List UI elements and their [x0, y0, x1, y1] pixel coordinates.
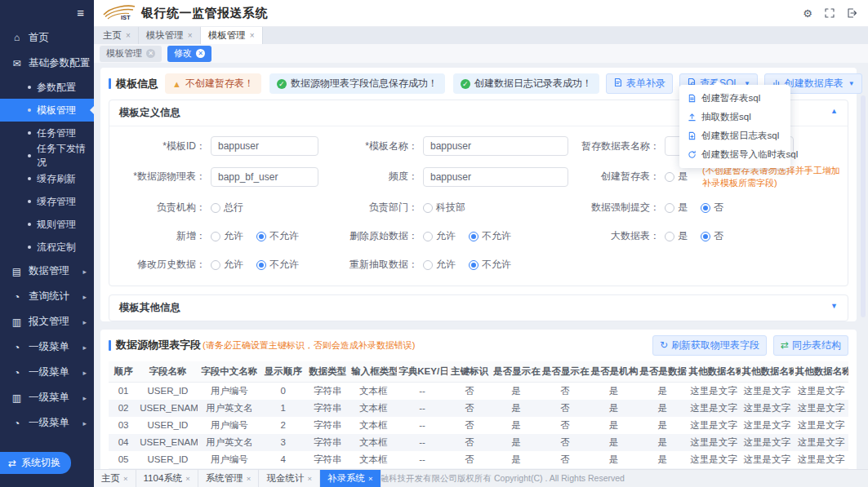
logout-icon[interactable] [847, 8, 857, 18]
close-icon[interactable]: × [123, 474, 128, 483]
dropdown-item-抽取数据sql[interactable]: 抽取数据sql [679, 108, 790, 126]
form-item: 数据强制提交：是否 [568, 198, 843, 218]
sidebar-group-数据管理[interactable]: ▤数据管理▸ [0, 259, 94, 284]
table-cell: USER_ENAME [138, 400, 197, 417]
bottom-tab-主页[interactable]: 主页× [94, 470, 136, 487]
sidebar-item-任务下发情况[interactable]: 任务下发情况 [0, 144, 94, 167]
chevron-right-icon: ▸ [82, 318, 87, 326]
bottom-tab-1104系统[interactable]: 1104系统× [136, 470, 198, 487]
table-row[interactable]: 01USER_ID用户编号0字符串文本框--否是否是是这里是文字这里是文字这里是… [109, 382, 848, 400]
sidebar-group-一级菜单[interactable]: ◔一级菜单▸ [0, 410, 94, 436]
refresh-fields-button[interactable]: ↻刷新获取物理表字段 [652, 335, 767, 356]
sidebar-item-模板管理[interactable]: 模板管理 [0, 99, 94, 122]
hamburger-icon: ≡ [77, 6, 84, 20]
field-input-数据源物理表[interactable] [211, 167, 318, 187]
success-alert: ✓创建数据日志记录表成功！ [453, 73, 599, 94]
sidebar-group-首页[interactable]: ⌂首页 [0, 24, 94, 51]
sidebar-item-流程定制[interactable]: 流程定制 [0, 236, 94, 259]
radio-option-是[interactable]: 是 [665, 170, 688, 184]
fullscreen-icon[interactable] [825, 8, 835, 18]
vertical-scrollbar-thumb[interactable] [861, 95, 866, 317]
chevron-up-icon[interactable]: ▲ [830, 107, 838, 115]
system-switch-button[interactable]: ⇄ 系统切换 [0, 452, 71, 474]
sidebar-group-基础参数配置[interactable]: ✉基础参数配置▾ [0, 51, 94, 76]
column-header: 其他数据名称 [741, 361, 794, 383]
table-row[interactable]: 04USER_ENAME用户英文名3字符串文本框--否是否是是这里是文字这里是文… [109, 434, 848, 451]
sidebar-item-label: 流程定制 [37, 241, 76, 255]
radio-option-否[interactable]: 否 [701, 201, 723, 215]
radio-option-允许[interactable]: 允许 [423, 229, 456, 243]
table-cell: 这里是文字 [687, 382, 740, 400]
radio-option-允许[interactable]: 允许 [211, 258, 243, 272]
radio-option-否[interactable]: 否 [701, 229, 723, 243]
radio-option-总行[interactable]: 总行 [211, 201, 243, 215]
dropdown-item-创建数据导入临时表sql[interactable]: 创建数据导入临时表sql [679, 145, 790, 164]
sidebar-item-参数配置[interactable]: 参数配置 [0, 76, 94, 99]
close-icon[interactable]: × [126, 31, 131, 40]
sync-structure-button[interactable]: ⇄同步表结构 [773, 335, 848, 356]
close-circle-icon[interactable]: ✕ [196, 49, 205, 58]
sidebar-group-查询统计[interactable]: ◔查询统计▸ [0, 284, 94, 309]
bottom-tab-系统管理[interactable]: 系统管理× [198, 470, 260, 487]
form-item: 新增：允许不允许 [114, 227, 327, 246]
close-icon[interactable]: × [368, 474, 373, 483]
chevron-right-icon: ▸ [82, 293, 87, 301]
radio-option-不允许[interactable]: 不允许 [256, 229, 299, 243]
sidebar-item-任务管理[interactable]: 任务管理 [0, 122, 94, 144]
field-input-模板ID[interactable] [211, 136, 318, 156]
sidebar-collapse-toggle[interactable]: ≡ [0, 0, 94, 24]
radio-group: 允许不允许 [423, 229, 524, 243]
settings-icon[interactable]: ⚙ [803, 7, 812, 20]
sidebar-group-一级菜单[interactable]: ◔一级菜单▸ [0, 334, 94, 360]
chip-修改[interactable]: 修改✕ [167, 46, 211, 62]
sidebar-item-缓存管理[interactable]: 缓存管理 [0, 190, 94, 213]
radio-option-科技部[interactable]: 科技部 [423, 201, 465, 215]
app-title: 银行统一监管报送系统 [141, 6, 268, 21]
dropdown-item-创建数据日志表sql[interactable]: 创建数据日志表sql [679, 126, 790, 145]
radio-option-不允许[interactable]: 不允许 [469, 258, 511, 272]
close-icon[interactable]: × [185, 474, 190, 483]
radio-option-不允许[interactable]: 不允许 [256, 258, 299, 272]
bottom-tab-补录系统[interactable]: 补录系统× [320, 470, 381, 487]
table-row[interactable]: 05USER_ID用户编号4字符串文本框--否是否是是这里是文字这里是文字这里是… [109, 451, 848, 468]
radio-circle-icon [665, 172, 674, 182]
radio-group: 允许不允许 [211, 229, 312, 243]
close-icon[interactable]: × [250, 31, 255, 40]
radio-option-是[interactable]: 是 [665, 201, 688, 215]
chevron-down-icon[interactable]: ▼ [830, 302, 838, 310]
sidebar-group-报文管理[interactable]: ▥报文管理▸ [0, 309, 94, 334]
close-circle-icon[interactable]: ✕ [146, 49, 155, 58]
radio-option-允许[interactable]: 允许 [211, 229, 243, 243]
radio-option-允许[interactable]: 允许 [423, 258, 456, 272]
radio-circle-icon [701, 232, 710, 241]
close-icon[interactable]: × [188, 31, 193, 40]
tab-模块管理[interactable]: 模块管理× [139, 27, 201, 44]
radio-group: 是否 [665, 229, 737, 243]
form-doc-icon [613, 77, 623, 90]
sidebar-item-label: 一级菜单 [29, 391, 69, 405]
field-input-模板名称[interactable] [423, 136, 568, 156]
chip-模板管理[interactable]: 模板管理✕ [100, 46, 162, 62]
table-row[interactable]: 02USER_ENAME用户英文名1字符串文本框--否是否是是这里是文字这里是文… [109, 400, 848, 417]
form-supplement-button[interactable]: 表单补录 [606, 73, 673, 94]
table-cell: 3 [261, 434, 305, 451]
tab-主页[interactable]: 主页× [96, 27, 139, 44]
table-cell: -- [397, 400, 447, 417]
radio-option-是[interactable]: 是 [665, 229, 688, 243]
dropdown-item-创建暂存表sql[interactable]: 创建暂存表sql [679, 89, 790, 108]
sidebar-item-规则管理[interactable]: 规则管理 [0, 213, 94, 236]
field-input-频度[interactable] [423, 167, 568, 187]
radio-option-不允许[interactable]: 不允许 [469, 229, 511, 243]
radio-circle-icon [469, 232, 479, 241]
bottom-tab-现金统计[interactable]: 现金统计× [259, 470, 320, 487]
sidebar-group-一级菜单[interactable]: ◔一级菜单▸ [0, 360, 94, 385]
table-cell: 是 [492, 434, 541, 451]
table-cell: 是 [590, 382, 639, 400]
tab-模板管理[interactable]: 模板管理× [201, 27, 263, 44]
close-icon[interactable]: × [247, 474, 251, 483]
close-icon[interactable]: × [307, 474, 312, 483]
table-row[interactable]: 03USER_ID用户编号2字符串文本框--否是否是是这里是文字这里是文字这里是… [109, 417, 848, 434]
sidebar-item-缓存刷新[interactable]: 缓存刷新 [0, 167, 94, 190]
sidebar-group-一级菜单[interactable]: ▥一级菜单▸ [0, 385, 94, 410]
pie-icon: ◔ [11, 418, 23, 429]
